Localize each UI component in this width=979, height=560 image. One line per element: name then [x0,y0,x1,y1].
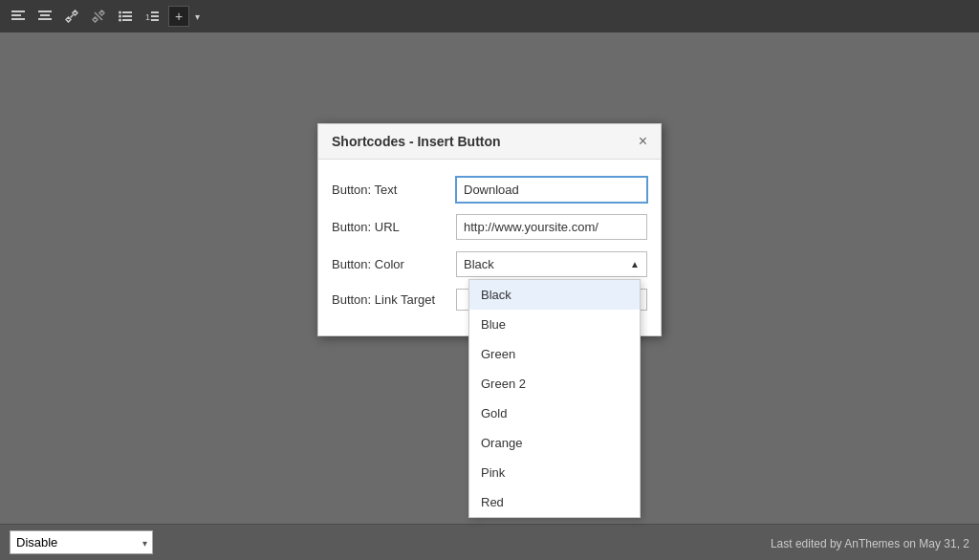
button-text-label: Button: Text [332,183,456,197]
editor-background: Shortcodes - Insert Button × Button: Tex… [0,32,979,560]
align-left-icon[interactable] [8,6,29,27]
color-option-orange[interactable]: Orange [469,428,640,458]
svg-point-8 [119,11,121,14]
list-ul-icon[interactable] [115,6,136,27]
svg-rect-3 [38,11,52,12]
svg-line-7 [95,12,102,20]
align-center-icon[interactable] [34,6,55,27]
svg-rect-0 [11,11,25,12]
add-block-button[interactable]: + [168,6,189,27]
svg-point-12 [119,19,121,22]
button-color-label: Button: Color [332,257,456,271]
color-option-green[interactable]: Green [469,339,640,369]
modal-close-button[interactable]: × [639,134,647,149]
svg-rect-17 [151,19,159,21]
button-url-row: Button: URL [332,214,647,240]
svg-rect-11 [122,15,132,17]
svg-rect-9 [122,11,132,13]
button-url-input[interactable] [456,214,647,240]
color-dropdown-list: Black Blue Green Green 2 Gold Orange Pin… [468,279,641,518]
modal-header: Shortcodes - Insert Button × [318,124,661,160]
color-option-red[interactable]: Red [469,487,640,517]
color-option-green2[interactable]: Green 2 [469,369,640,398]
disable-select[interactable]: Disable Enable [10,530,153,554]
color-option-blue[interactable]: Blue [469,310,640,339]
button-color-value: Black [464,257,630,271]
color-option-gold[interactable]: Gold [469,398,640,428]
modal-title: Shortcodes - Insert Button [332,134,501,149]
link-icon[interactable] [61,6,82,27]
svg-rect-1 [11,14,21,16]
color-option-pink[interactable]: Pink [469,458,640,487]
color-option-black[interactable]: Black [469,280,640,310]
svg-rect-4 [40,14,50,16]
button-color-select[interactable]: Black ▲ [456,251,647,277]
add-block-dropdown-arrow[interactable]: ▾ [195,11,200,22]
svg-rect-2 [11,18,25,20]
svg-rect-5 [38,18,52,20]
svg-rect-16 [151,15,159,17]
editor-toolbar: 1. + ▾ [0,0,979,32]
button-text-row: Button: Text [332,177,647,203]
unlink-icon[interactable] [88,6,109,27]
select-arrow-icon: ▲ [630,259,640,269]
list-ol-icon[interactable]: 1. [141,6,163,27]
button-text-input[interactable] [456,177,647,203]
button-url-label: Button: URL [332,220,456,234]
last-edited-text: Last edited by AnThemes on May 31, 2 [771,537,969,550]
button-color-row: Button: Color Black ▲ [332,251,647,277]
svg-rect-13 [122,19,132,21]
svg-line-6 [71,15,74,18]
svg-point-10 [119,15,121,18]
svg-rect-15 [151,11,159,13]
disable-select-wrapper: Disable Enable ▾ [10,530,153,554]
button-link-target-label: Button: Link Target [332,292,456,307]
